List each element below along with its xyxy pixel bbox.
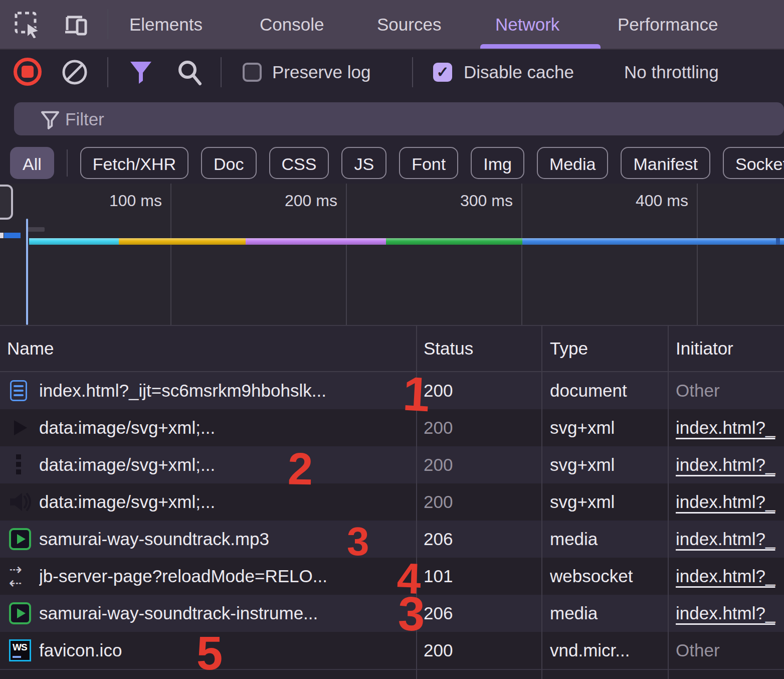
svg-dots-icon (16, 454, 21, 474)
active-tab-underline (480, 44, 601, 49)
table-row-soundtrack-mp3[interactable]: samurai-way-soundtrack.mp3 206 media ind… (0, 521, 784, 558)
tab-console[interactable]: Console (260, 0, 324, 49)
gridline-200ms (346, 184, 347, 325)
gridline-400ms (697, 184, 698, 325)
waterfall-segment-purple (246, 238, 386, 245)
column-header-initiator[interactable]: Initiator (676, 326, 733, 373)
waterfall-blue-notch (776, 238, 780, 245)
tab-elements[interactable]: Elements (129, 0, 203, 49)
overview-left-tick (0, 233, 4, 238)
filter-toggle-icon[interactable] (128, 60, 153, 85)
throttling-dropdown[interactable]: No throttling (624, 50, 719, 95)
request-initiator-link[interactable]: index.html?_ (676, 446, 784, 483)
divider (412, 57, 413, 87)
network-toolbar: Preserve log ✓ Disable cache No throttli… (0, 50, 784, 95)
request-initiator-link[interactable]: index.html?_ (676, 483, 784, 521)
chip-img[interactable]: Img (471, 147, 524, 179)
speaker-icon (9, 491, 31, 513)
table-row-data-svg-2[interactable]: data:image/svg+xml;... 200 svg+xml index… (0, 446, 784, 483)
request-type: media (550, 521, 663, 558)
chip-socket[interactable]: Socket (723, 147, 784, 179)
devtools-tab-bar: Elements Console Sources Network Perform… (0, 0, 784, 50)
divider (107, 57, 108, 87)
request-status: 206 (424, 521, 453, 558)
request-type: websocket (550, 558, 663, 595)
request-type: svg+xml (550, 409, 663, 446)
request-type: svg+xml (550, 446, 663, 483)
request-name: data:image/svg+xml;... (39, 446, 215, 483)
annotation-3: 3 (347, 522, 369, 562)
request-name: data:image/svg+xml;... (39, 483, 215, 521)
document-icon (10, 380, 27, 401)
overview-gray-bar (28, 227, 45, 232)
record-stop-button[interactable] (14, 58, 42, 86)
webstorm-favicon-icon: WS (9, 639, 31, 661)
waterfall-segment-green (386, 238, 522, 245)
table-row-favicon[interactable]: WS favicon.ico 200 vnd.micr... Other (0, 632, 784, 669)
clear-log-icon[interactable] (61, 59, 88, 86)
request-status: 200 (424, 446, 453, 483)
chip-all[interactable]: All (10, 147, 54, 179)
inspect-element-icon[interactable] (14, 11, 41, 38)
column-header-name[interactable]: Name (7, 326, 54, 373)
filter-input[interactable] (64, 102, 718, 136)
request-name: samurai-way-soundtrack-instrume... (39, 595, 318, 632)
filter-funnel-icon (40, 110, 60, 130)
request-name: index.html?_ijt=sc6msrkm9hbohslk... (39, 372, 326, 409)
column-divider[interactable] (541, 325, 542, 679)
request-status: 101 (424, 558, 453, 595)
preserve-log-checkbox[interactable] (243, 63, 262, 82)
tick-label-400ms: 400 ms (636, 192, 688, 210)
media-play-icon (9, 528, 31, 550)
waterfall-segment-cyan (29, 238, 119, 245)
table-row-soundtrack-instrumental[interactable]: samurai-way-soundtrack-instrume... 206 m… (0, 595, 784, 632)
request-type: document (550, 372, 663, 409)
request-initiator-link[interactable]: index.html?_ (676, 409, 784, 446)
device-toolbar-icon[interactable] (62, 11, 89, 38)
request-status: 200 (424, 632, 453, 669)
column-header-type[interactable]: Type (550, 326, 588, 373)
table-row-jb-server-page[interactable]: ⇢⇠ jb-server-page?reloadMode=RELO... 101… (0, 558, 784, 595)
request-status: 200 (424, 483, 453, 521)
table-row-data-svg-1[interactable]: data:image/svg+xml;... 200 svg+xml index… (0, 409, 784, 446)
chip-doc[interactable]: Doc (201, 147, 256, 179)
request-name: favicon.ico (39, 632, 122, 669)
table-row-data-svg-3[interactable]: data:image/svg+xml;... 200 svg+xml index… (0, 483, 784, 521)
chip-fetch-xhr[interactable]: Fetch/XHR (80, 147, 188, 179)
column-header-status[interactable]: Status (424, 326, 473, 373)
disable-cache-label[interactable]: Disable cache (464, 50, 574, 95)
table-bottom-strip (0, 669, 784, 679)
waterfall-segment-yellow (119, 238, 246, 245)
request-type: media (550, 595, 663, 632)
annotation-3b: 3 (398, 590, 425, 638)
request-type: vnd.micr... (550, 632, 663, 669)
request-status: 206 (424, 595, 453, 632)
chip-css[interactable]: CSS (269, 147, 329, 179)
table-row-index-html[interactable]: index.html?_ijt=sc6msrkm9hbohslk... 200 … (0, 372, 784, 409)
column-divider[interactable] (668, 325, 669, 679)
request-initiator-link[interactable]: index.html?_ (676, 558, 784, 595)
request-name: jb-server-page?reloadMode=RELO... (39, 558, 327, 595)
requests-table-header: Name Status Type Initiator (0, 325, 784, 372)
tab-network[interactable]: Network (495, 0, 559, 49)
chip-manifest[interactable]: Manifest (621, 147, 710, 179)
tab-performance[interactable]: Performance (618, 0, 718, 49)
chip-js[interactable]: JS (341, 147, 386, 179)
chip-font[interactable]: Font (399, 147, 458, 179)
tab-sources[interactable]: Sources (377, 0, 441, 49)
request-type: svg+xml (550, 483, 663, 521)
gridline-300ms (521, 184, 522, 325)
request-initiator: Other (676, 632, 784, 669)
overview-mini-request-bar (4, 233, 21, 238)
gridline-100ms (170, 184, 171, 325)
request-initiator-link[interactable]: index.html?_ (676, 521, 784, 558)
chip-media[interactable]: Media (537, 147, 609, 179)
annotation-1: 1 (402, 370, 431, 419)
overview-drag-handle[interactable] (0, 185, 13, 220)
network-overview-timeline[interactable]: 100 ms 200 ms 300 ms 400 ms (0, 184, 784, 325)
request-initiator-link[interactable]: index.html?_ (676, 595, 784, 632)
preserve-log-label[interactable]: Preserve log (272, 50, 370, 95)
search-icon[interactable] (176, 59, 204, 86)
disable-cache-checkbox[interactable]: ✓ (433, 63, 452, 82)
svg-image-icon (14, 420, 27, 435)
